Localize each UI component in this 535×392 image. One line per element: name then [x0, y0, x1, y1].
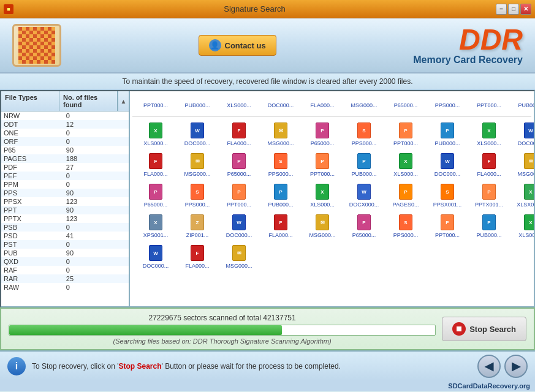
file-type-row[interactable]: QXD0 — [1, 257, 129, 266]
file-grid-item[interactable]: SPPS000... — [385, 213, 427, 239]
file-grid-item[interactable]: FFLA000... — [468, 151, 510, 178]
file-grid-item[interactable]: SPPS000... — [260, 151, 302, 178]
file-grid-item[interactable]: XXLSX001... — [510, 182, 534, 209]
pages-icon: P — [398, 183, 413, 200]
fla-icon: F — [273, 214, 288, 231]
file-type-row[interactable]: PSB0 — [1, 223, 129, 232]
forward-button[interactable]: ▶ — [504, 355, 528, 378]
file-count-label: 41 — [54, 232, 126, 239]
file-grid-item[interactable]: PPUB000... — [260, 182, 302, 209]
file-type-row[interactable]: PUB90 — [1, 249, 129, 257]
file-grid-item[interactable]: FFLA000... — [135, 151, 176, 178]
file-type-label: RAW — [4, 284, 54, 291]
checkerboard-pattern — [18, 27, 55, 64]
file-type-label: RAR — [4, 275, 54, 282]
file-grid-item[interactable]: WDOC000... — [135, 243, 176, 270]
file-grid-item[interactable]: FFLA000... — [176, 243, 218, 270]
file-grid-item[interactable]: FFLA000... — [260, 213, 302, 239]
right-panel[interactable]: PPT000...PUB000...XLS000...DOC000...FLA0… — [130, 91, 534, 306]
file-count-label: 0 — [54, 224, 126, 231]
file-grid-item[interactable]: XXLS000... — [468, 121, 510, 148]
file-type-row[interactable]: P6590 — [1, 146, 129, 154]
file-grid-item[interactable]: PP65000... — [302, 121, 343, 148]
pps-icon: S — [190, 183, 205, 200]
file-grid-item[interactable]: PPPT000... — [427, 213, 468, 239]
file-grid-item[interactable]: XXLS000... — [135, 121, 176, 148]
file-type-row[interactable]: PPSX123 — [1, 197, 129, 206]
fla-icon: F — [232, 122, 246, 139]
file-count-label: 90 — [54, 189, 126, 197]
file-grid-item[interactable]: ✉MSG000... — [176, 151, 218, 178]
close-button[interactable]: ✕ — [520, 4, 531, 15]
fla-icon: F — [482, 153, 496, 170]
file-grid-item[interactable]: FFLA000... — [218, 121, 260, 148]
msg-icon: ✉ — [190, 153, 205, 170]
file-grid-item[interactable]: PPPT000... — [302, 151, 343, 178]
file-type-row[interactable]: PPT90 — [1, 206, 129, 214]
file-type-row[interactable]: ONE0 — [1, 129, 129, 137]
file-grid-item[interactable]: XXLS000... — [302, 182, 343, 209]
file-count-label: 90 — [54, 146, 126, 154]
stop-search-button[interactable]: ⏹ Stop Search — [442, 317, 526, 341]
file-grid-top-label: PUB000... — [176, 100, 218, 110]
file-grid-row: XXPS001...ZZIP001...WDOC000...FFLA000...… — [132, 211, 531, 241]
file-type-row[interactable]: PST0 — [1, 240, 129, 249]
left-scroll-up[interactable]: ▲ — [118, 91, 129, 111]
file-type-row[interactable]: PPTX123 — [1, 214, 129, 223]
file-grid-top-label: P65000... — [385, 100, 427, 110]
maximize-button[interactable]: □ — [508, 4, 519, 15]
file-type-row[interactable]: ODT12 — [1, 120, 129, 129]
file-grid-item[interactable]: XXPS001... — [135, 213, 176, 239]
file-grid-item[interactable]: WDOC000... — [218, 213, 260, 239]
file-grid-item[interactable]: XXLS000... — [385, 151, 427, 178]
file-type-row[interactable]: PSD41 — [1, 232, 129, 240]
file-grid-item[interactable]: PPAGES0... — [385, 182, 427, 209]
file-grid-item[interactable]: WDOC000... — [510, 121, 534, 148]
file-grid-item[interactable]: PPPT000... — [218, 182, 260, 209]
file-grid-item[interactable]: PP65000... — [135, 182, 176, 209]
file-grid-item[interactable]: PPUB000... — [427, 121, 468, 148]
file-grid-item[interactable]: ✉MSG000... — [302, 213, 343, 239]
file-type-row[interactable]: PPM0 — [1, 180, 129, 189]
contact-us-button[interactable]: 👤 Contact us — [199, 35, 276, 56]
file-grid-item[interactable]: ZZIP001... — [176, 213, 218, 239]
file-count-label: 188 — [54, 155, 126, 162]
pptx-icon: P — [482, 183, 496, 200]
file-type-row[interactable]: RAF0 — [1, 266, 129, 274]
file-type-row[interactable]: RAR25 — [1, 274, 129, 283]
pub-icon: P — [482, 214, 496, 231]
file-grid-item[interactable]: ✉MSG000... — [510, 151, 534, 178]
file-grid-item[interactable]: PP65000... — [343, 213, 385, 239]
file-grid-item[interactable]: ✉MSG000... — [218, 243, 260, 270]
contact-icon: 👤 — [209, 39, 221, 51]
back-button[interactable]: ◀ — [477, 355, 501, 378]
file-grid-item[interactable]: PPPTX001... — [468, 182, 510, 209]
file-grid-item[interactable]: SPPS000... — [343, 121, 385, 148]
file-grid-item[interactable]: XXLS000... — [510, 213, 534, 239]
file-grid-item[interactable]: SPPSX001... — [427, 182, 468, 209]
file-count-label: 12 — [54, 121, 126, 128]
file-grid-item[interactable]: ✉MSG000... — [260, 121, 302, 148]
file-grid-item[interactable]: SPPS000... — [176, 182, 218, 209]
file-grid-item[interactable]: WDOCX000... — [343, 182, 385, 209]
file-grid-item[interactable]: PP65000... — [218, 151, 260, 178]
doc-icon: W — [523, 122, 534, 139]
msg-icon: ✉ — [315, 214, 330, 231]
file-grid-item[interactable]: PPPT000... — [385, 121, 427, 148]
file-type-row[interactable]: PEF0 — [1, 172, 129, 180]
file-type-row[interactable]: PPS90 — [1, 189, 129, 197]
file-type-row[interactable]: ORF0 — [1, 137, 129, 146]
file-type-row[interactable]: NRW0 — [1, 111, 129, 120]
file-grid-item[interactable]: WDOC000... — [427, 151, 468, 178]
window-controls: – □ ✕ — [496, 4, 531, 15]
file-type-label: PPSX — [4, 198, 54, 205]
file-type-label: ORF — [4, 138, 54, 145]
file-type-row[interactable]: PDF27 — [1, 163, 129, 172]
file-grid-item[interactable]: PPUB000... — [343, 151, 385, 178]
file-count-label: 0 — [54, 266, 126, 274]
file-type-row[interactable]: PAGES188 — [1, 154, 129, 163]
file-grid-item[interactable]: PPUB000... — [468, 213, 510, 239]
minimize-button[interactable]: – — [496, 4, 507, 15]
file-type-row[interactable]: RAW0 — [1, 283, 129, 292]
file-grid-item[interactable]: WDOC000... — [176, 121, 218, 148]
